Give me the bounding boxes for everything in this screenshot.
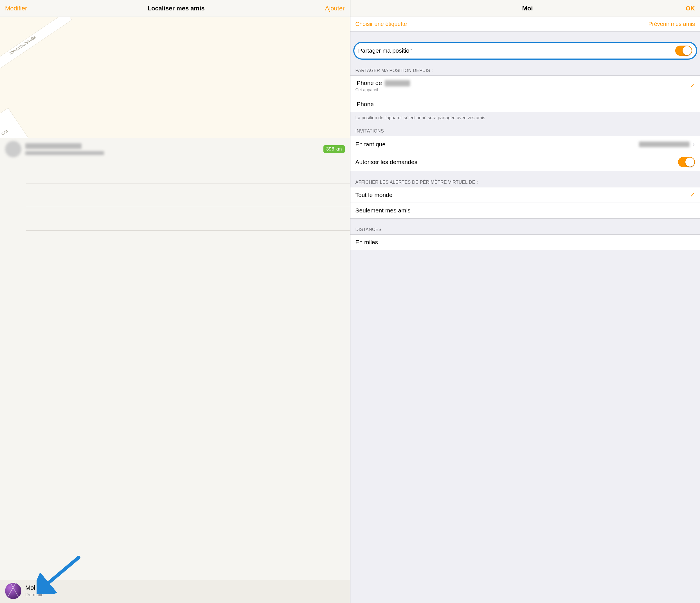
device-sub: Cet appareil	[355, 87, 410, 92]
device-name-redacted	[385, 80, 410, 87]
device-row[interactable]: iPhone	[350, 96, 700, 112]
invite-as-row[interactable]: En tant que ›	[350, 136, 700, 153]
geofence-option-row[interactable]: Seulement mes amis	[350, 203, 700, 219]
add-button[interactable]: Ajouter	[325, 5, 345, 12]
geofence-option-row[interactable]: Tout le monde ✓	[350, 187, 700, 203]
checkmark-icon: ✓	[690, 82, 695, 90]
navbar-left: Modifier Localiser mes amis Ajouter	[0, 0, 350, 17]
section-header: AFFICHER LES ALERTES DE PÉRIMÈTRE VIRTUE…	[350, 171, 700, 187]
friend-name-redacted	[25, 143, 81, 149]
section-header: PARTAGER MA POSITION DEPUIS :	[350, 59, 700, 75]
allow-requests-toggle[interactable]	[678, 157, 695, 167]
me-sublabel: Domicile	[25, 592, 44, 598]
geofence-option-label: Tout le monde	[355, 192, 393, 198]
section-footer: La position de l'appareil sélectionné se…	[350, 112, 700, 123]
edit-button[interactable]: Modifier	[5, 5, 27, 12]
section-header: DISTANCES	[350, 219, 700, 234]
label-links-row: Choisir une étiquette Prévenir mes amis	[350, 17, 700, 31]
share-location-toggle[interactable]	[675, 46, 692, 56]
device-row[interactable]: iPhone de Cet appareil ✓	[350, 75, 700, 96]
friends-pane: Modifier Localiser mes amis Ajouter Allm…	[0, 0, 350, 603]
page-title: Moi	[522, 5, 533, 12]
avatar	[5, 141, 21, 157]
share-location-row: Partager ma position	[353, 42, 698, 59]
distance-unit-row[interactable]: En miles	[350, 234, 700, 250]
checkmark-icon: ✓	[690, 191, 695, 199]
avatar	[5, 583, 21, 599]
section-header: INVITATIONS	[350, 123, 700, 136]
distance-unit-label: En miles	[355, 239, 378, 246]
navbar-right: Moi OK	[350, 0, 700, 17]
allow-requests-label: Autoriser les demandes	[355, 159, 418, 165]
share-location-label: Partager ma position	[358, 47, 413, 54]
allow-requests-row: Autoriser les demandes	[350, 153, 700, 171]
friend-location-redacted	[25, 151, 104, 155]
settings-list[interactable]: Choisir une étiquette Prévenir mes amis …	[350, 17, 700, 603]
me-row[interactable]: Moi Domicile	[0, 580, 350, 603]
me-name: Moi	[25, 584, 44, 592]
geofence-option-label: Seulement mes amis	[355, 207, 410, 214]
notify-friends-link[interactable]: Prévenir mes amis	[648, 21, 695, 27]
list-separator	[26, 160, 350, 184]
choose-label-link[interactable]: Choisir une étiquette	[355, 21, 407, 27]
list-separator	[26, 184, 350, 207]
me-settings-pane: Moi OK Choisir une étiquette Prévenir me…	[350, 0, 700, 603]
device-title: iPhone	[355, 101, 374, 107]
device-title: iPhone de	[355, 80, 410, 87]
list-separator	[26, 207, 350, 231]
done-button[interactable]: OK	[686, 5, 695, 12]
invite-as-label: En tant que	[355, 141, 385, 148]
invite-as-value-redacted	[639, 142, 690, 147]
chevron-right-icon: ›	[693, 140, 695, 149]
map-view[interactable]: Allmendzeilstraße Gra	[0, 17, 350, 138]
page-title: Localiser mes amis	[148, 5, 205, 12]
distance-badge: 396 km	[323, 145, 345, 153]
list-separator	[26, 231, 350, 580]
friend-row[interactable]: 396 km	[0, 138, 350, 160]
friends-list: 396 km Moi Domicile	[0, 138, 350, 603]
